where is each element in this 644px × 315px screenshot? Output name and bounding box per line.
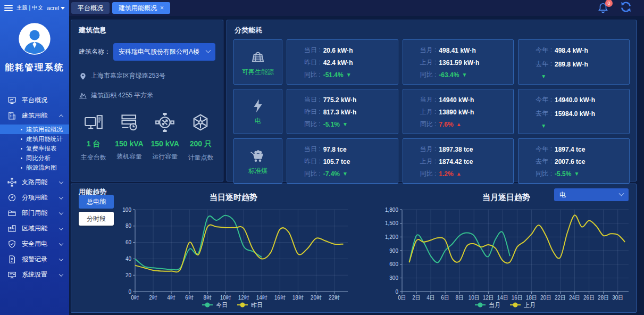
svg-text:14日: 14日 — [497, 295, 508, 301]
metric-value: 1874.42 tce — [439, 158, 473, 165]
energy-type-label: 电 — [255, 117, 261, 126]
metric-label: 上月 : — [420, 58, 437, 67]
sidebar-item-label: 建筑用能 — [22, 111, 47, 120]
menu-icon[interactable] — [4, 5, 13, 11]
sidebar-item-electrical-safety[interactable]: 安全用电 — [0, 236, 69, 252]
metric-value: 14940.0 kW·h — [555, 96, 595, 104]
sidebar-item-tariff-report[interactable]: 复费率报表 — [0, 144, 69, 153]
svg-text:22日: 22日 — [555, 295, 566, 301]
legend-item[interactable]: 今日 — [202, 302, 228, 308]
svg-text:26日: 26日 — [583, 295, 595, 301]
sidebar-item-subentry-energy[interactable]: 分项用能 — [0, 190, 69, 205]
yoy-value: -51.4% — [323, 71, 344, 79]
close-icon[interactable]: × — [160, 5, 164, 11]
building-name-select[interactable]: 安科瑞电气股份有限公司A楼 — [113, 43, 215, 61]
svg-text:12时: 12时 — [238, 295, 249, 301]
sidebar-item-region-energy[interactable]: 区域用能 — [0, 221, 69, 236]
metric-value: 775.2 kW·h — [323, 96, 357, 104]
metric-label: 昨日 : — [304, 107, 321, 117]
sidebar: 主题 | 中文 acrel 能耗管理系统 平台概况 建筑用能 — [0, 0, 69, 315]
sidebar-item-building-energy-overview[interactable]: 建筑用能概况 — [0, 125, 69, 134]
svg-text:900: 900 — [389, 248, 398, 254]
energy-row-standard-coal: 标准煤 当日 :97.8 tce 昨日 :105.7 tce 同比 :-7.4%… — [233, 138, 630, 184]
building-icon — [7, 111, 16, 121]
metric-value: 1361.59 kW·h — [439, 59, 479, 67]
monitor-icon — [7, 96, 16, 105]
energy-row-electricity: 电 当日 :775.2 kW·h 昨日 :817.3 kW·h 同比 :-5.1… — [233, 89, 630, 134]
time-period-button[interactable]: 分时段 — [79, 212, 114, 226]
metric-label: 当月 : — [420, 46, 437, 55]
energy-data-card: 今年 :498.4 kW·h 去年 :289.8 kW·h ▼ — [518, 39, 630, 85]
svg-text:6时: 6时 — [185, 295, 194, 301]
tab-platform-overview[interactable]: 平台概况 — [71, 2, 110, 14]
sidebar-item-energy-flow[interactable]: 能源流向图 — [0, 163, 69, 172]
total-energy-button[interactable]: 总电能 — [79, 195, 114, 209]
panel-title: 建筑信息 — [71, 20, 223, 35]
svg-text:0日: 0日 — [398, 295, 406, 301]
factory-icon — [7, 224, 16, 234]
energy-data-card: 当月 :498.41 kW·h 上月 :1361.59 kW·h 同比 :-63… — [403, 39, 514, 85]
chevron-down-icon — [59, 210, 63, 214]
sidebar-item-building-energy-stats[interactable]: 建筑用能统计 — [0, 134, 69, 144]
bullet-icon — [21, 167, 22, 169]
yoy-value: -5.5% — [555, 170, 571, 178]
svg-text:4时: 4时 — [167, 295, 175, 301]
stat-installed-capacity: 150 kVA 装机容量 — [111, 113, 147, 162]
svg-text:2时: 2时 — [149, 295, 157, 301]
svg-text:40: 40 — [126, 256, 132, 262]
bullet-icon — [21, 148, 22, 150]
metric-label: 上月 : — [420, 157, 437, 166]
svg-text:6日: 6日 — [441, 295, 449, 301]
theme-language-switch[interactable]: 主题 | 中文 — [16, 4, 44, 12]
svg-text:60: 60 — [126, 239, 132, 245]
tab-building-energy-overview[interactable]: 建筑用能概况 × — [112, 2, 170, 14]
caret-down-icon — [61, 7, 65, 10]
user-menu[interactable]: acrel — [47, 5, 65, 11]
refresh-button[interactable] — [620, 1, 632, 15]
energy-data-card: 当月 :1897.38 tce 上月 :1874.42 tce 同比 :1.2%… — [403, 138, 514, 184]
svg-text:16时: 16时 — [274, 295, 286, 301]
avatar — [18, 22, 51, 55]
metric-value: 817.3 kW·h — [323, 109, 357, 116]
chevron-down-icon — [59, 256, 63, 261]
trend-arrow-icon: ▼ — [462, 72, 467, 78]
notification-bell[interactable]: 0 — [597, 2, 609, 14]
trend-arrow-icon: ▼ — [342, 121, 348, 127]
metric-label: 去年 : — [536, 109, 552, 118]
legend-item[interactable]: 当月 — [475, 302, 500, 308]
energy-type-card: 标准煤 — [233, 138, 282, 184]
metric-value: 1897.38 tce — [439, 146, 473, 153]
svg-text:0: 0 — [395, 289, 398, 295]
document-icon — [7, 255, 16, 264]
coal-cart-icon — [249, 147, 266, 164]
area-icon — [79, 92, 87, 100]
gauge-icon — [7, 193, 16, 203]
energy-data-card: 当日 :20.6 kW·h 昨日 :42.4 kW·h 同比 :-51.4%▼ — [287, 39, 398, 85]
svg-text:22时: 22时 — [329, 295, 340, 301]
sidebar-item-label: 部门用能 — [22, 209, 47, 218]
sidebar-item-yoy-analysis[interactable]: 同比分析 — [0, 153, 69, 163]
sidebar-item-label: 复费率报表 — [26, 145, 57, 153]
yoy-value: 7.6% — [439, 121, 453, 128]
legend-item[interactable]: 昨日 — [237, 302, 263, 308]
sidebar-item-alarm-records[interactable]: 报警记录 — [0, 252, 69, 267]
metric-label: 同比 : — [420, 169, 437, 178]
metric-label: 同比 : — [304, 70, 321, 79]
sidebar-item-system-settings[interactable]: 系统设置 — [0, 267, 69, 283]
panel-title: 分类能耗 — [227, 20, 636, 35]
transformer-exchange-icon — [155, 113, 174, 132]
sidebar-item-branch-energy[interactable]: 支路用能 — [0, 175, 69, 190]
energy-trend-panel: 用能趋势 总电能 分时段 电 当日逐时趋势 当月逐日趋势 02040608010… — [71, 184, 637, 313]
shield-check-icon — [7, 239, 16, 249]
sidebar-item-department-energy[interactable]: 部门用能 — [0, 205, 69, 221]
sidebar-item-platform-overview[interactable]: 平台概况 — [0, 93, 69, 108]
sidebar-item-building-energy[interactable]: 建筑用能 — [0, 108, 69, 123]
energy-classification-panel: 分类能耗 可再生能源 当日 :20.6 kW·h 昨日 :42.4 kW·h 同… — [227, 20, 637, 181]
metric-label: 同比 : — [304, 120, 321, 129]
metric-label: 今年 : — [536, 145, 552, 154]
metric-value: 13890 kW·h — [439, 109, 474, 116]
stat-value: 150 kVA — [111, 139, 147, 148]
chevron-down-icon — [59, 195, 63, 199]
metric-value: 105.7 tce — [323, 158, 350, 165]
legend-item[interactable]: 上月 — [510, 302, 536, 308]
